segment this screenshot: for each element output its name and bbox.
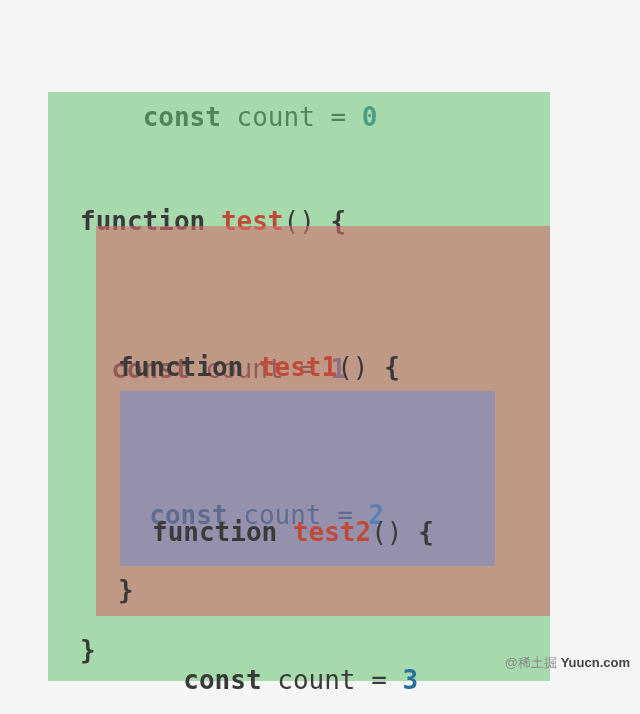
keyword-function: function <box>118 352 243 382</box>
operator-eq: = <box>371 665 387 695</box>
brace-open: { <box>418 517 434 547</box>
watermark-site: Yuucn.com <box>561 655 630 670</box>
keyword-function: function <box>152 517 277 547</box>
scope-test1: function test1() { const count = 2 funct… <box>96 226 550 616</box>
brace-close-test1: } <box>118 566 134 615</box>
code-line-count-3: const count = 3 <box>152 656 434 705</box>
brace-close-test: } <box>80 626 96 675</box>
image-watermark: @稀土掘 Yuucn.com <box>490 626 630 700</box>
number-3: 3 <box>403 665 419 695</box>
identifier-count: count <box>277 665 355 695</box>
scope-test2: function test2() { const count = 3 } <box>120 391 495 566</box>
keyword-const: const <box>183 665 261 695</box>
paren-open: ( <box>337 352 353 382</box>
scope-test: function test() { const count = 1 functi… <box>48 92 550 681</box>
brace-open: { <box>384 352 400 382</box>
code-scope-diagram: const count = 0 function test() { const … <box>0 0 640 714</box>
fn-name-test1: test1 <box>259 352 337 382</box>
fn-name-test2: test2 <box>293 517 371 547</box>
fn-test1-signature: function test1() { <box>118 343 400 392</box>
paren-close: ) <box>353 352 369 382</box>
paren-open: ( <box>371 517 387 547</box>
fn-test2-signature: function test2() { <box>152 508 434 557</box>
paren-close: ) <box>387 517 403 547</box>
scope-test2-code: function test2() { const count = 3 } <box>152 409 434 714</box>
watermark-prefix: @稀土掘 <box>505 655 557 670</box>
